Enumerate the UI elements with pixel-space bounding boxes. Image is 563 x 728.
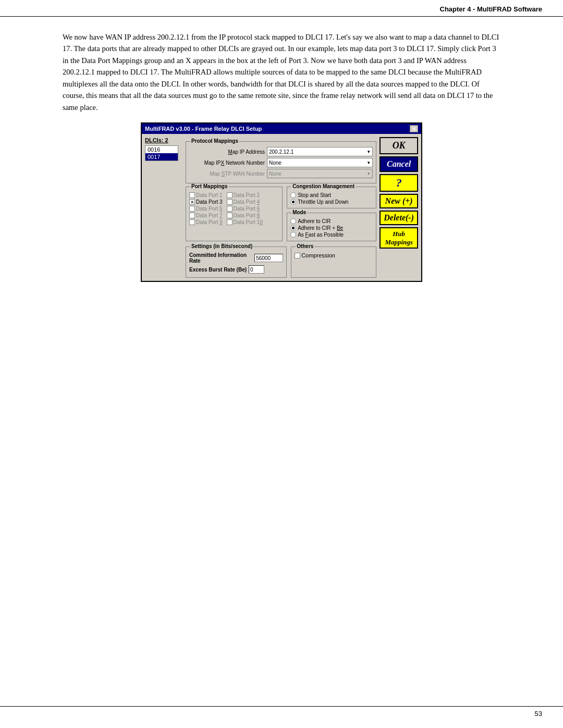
mode-adhere-cir-be-item: Adhere to CIR + Be xyxy=(290,225,373,231)
port-mappings-group: Port Mappings Data Port 1 Data Port 2 xyxy=(186,187,283,241)
mode-label: Mode xyxy=(291,209,307,215)
mode-adhere-cir-be-radio[interactable] xyxy=(290,225,296,231)
data-port-1-item: Data Port 1 xyxy=(189,192,223,198)
dialog-window: MultiFRAD v3.00 - Frame Relay DLCI Setup… xyxy=(141,122,422,282)
chapter-title: Chapter 4 - MultiFRAD Software xyxy=(440,5,542,13)
dlci-item-0017[interactable]: 0017 xyxy=(145,153,178,161)
mode-fast-label: As Fast as Possible xyxy=(298,232,344,238)
port-row-1: Data Port 1 Data Port 2 xyxy=(189,192,279,198)
others-group: Others Compression xyxy=(291,246,376,278)
congestion-throttle-radio[interactable] xyxy=(290,199,296,205)
map-ip-row: Map IP Address 200.2.12.1 ▼ xyxy=(189,147,373,156)
data-port-10-checkbox[interactable] xyxy=(227,219,232,225)
page-header: Chapter 4 - MultiFRAD Software xyxy=(0,0,563,17)
data-port-1-label: Data Port 1 xyxy=(196,192,223,198)
right-buttons-panel: OK Cancel ? New (+) Delete(-) HubMapping… xyxy=(380,137,418,278)
cir-label: Committed Information Rate xyxy=(189,252,252,264)
content-area: We now have WAN IP address 200.2.12.1 fr… xyxy=(0,17,563,303)
data-port-6-item: Data Port 6 xyxy=(227,206,260,212)
protocol-mappings-group: Protocol Mappings Map IP Address 200.2.1… xyxy=(186,141,376,183)
congestion-label: Congestion Management xyxy=(291,183,356,189)
data-port-7-checkbox[interactable] xyxy=(189,213,195,218)
ok-button[interactable]: OK xyxy=(380,137,418,154)
data-port-9-checkbox[interactable] xyxy=(189,219,195,225)
mode-adhere-cir-label: Adhere to CIR xyxy=(298,218,331,224)
data-port-4-item: Data Port 4 xyxy=(227,199,260,205)
map-ipx-dropdown[interactable]: None ▼ xyxy=(267,158,373,167)
dlci-item-0016[interactable]: 0016 xyxy=(145,146,178,153)
compression-checkbox[interactable] xyxy=(295,253,300,258)
data-port-7-label: Data Port 7 xyxy=(196,213,223,218)
cir-row: Committed Information Rate xyxy=(189,252,283,264)
map-stp-label: Map STP WAN Number xyxy=(189,171,265,177)
data-port-5-item: Data Port 5 xyxy=(189,206,223,212)
congestion-group: Congestion Management Stop and Start Thr… xyxy=(287,187,376,208)
map-stp-row: Map STP WAN Number None ▼ xyxy=(189,169,373,178)
data-port-8-checkbox[interactable] xyxy=(227,213,232,218)
map-ip-label: Map IP Address xyxy=(189,149,265,155)
mode-adhere-cir-item: Adhere to CIR xyxy=(290,218,373,224)
data-port-6-checkbox[interactable] xyxy=(227,206,232,212)
dlci-panel: DLCIs: 2 0016 0017 xyxy=(145,137,182,278)
port-row-5: Data Port 9 Data Port 10 xyxy=(189,219,279,225)
data-port-2-label: Data Port 2 xyxy=(234,192,260,198)
cancel-button[interactable]: Cancel xyxy=(380,156,418,172)
map-ipx-label: Map IPX Network Number xyxy=(189,160,265,166)
compression-label: Compression xyxy=(301,252,335,258)
dialog-title: MultiFRAD v3.00 - Frame Relay DLCI Setup xyxy=(145,126,262,132)
help-button[interactable]: ? xyxy=(380,174,418,192)
data-port-2-checkbox[interactable] xyxy=(227,192,232,198)
new-button[interactable]: New (+) xyxy=(380,194,418,208)
compression-item: Compression xyxy=(295,252,373,258)
mode-group: Mode Adhere to CIR Adhere to CIR + Be xyxy=(287,213,376,241)
data-port-10-label: Data Port 10 xyxy=(234,219,263,225)
congestion-throttle-label: Throttle Up and Down xyxy=(298,199,348,205)
body-text: We now have WAN IP address 200.2.12.1 fr… xyxy=(63,31,500,113)
data-port-1-checkbox[interactable] xyxy=(189,192,195,198)
settings-label: Settings (in Bits/second) xyxy=(190,243,253,249)
data-port-4-label: Data Port 4 xyxy=(234,199,260,205)
mode-fast-item: As Fast as Possible xyxy=(290,232,373,238)
data-port-8-label: Data Port 8 xyxy=(234,213,260,218)
data-port-2-item: Data Port 2 xyxy=(227,192,260,198)
be-label: Excess Burst Rate (Be) xyxy=(189,267,247,273)
data-port-7-item: Data Port 7 xyxy=(189,213,223,218)
data-port-5-label: Data Port 5 xyxy=(196,206,223,212)
be-row: Excess Burst Rate (Be) xyxy=(189,265,283,274)
data-port-3-checkbox[interactable] xyxy=(189,199,195,205)
congestion-stop-start-item: Stop and Start xyxy=(290,192,373,198)
data-port-9-label: Data Port 9 xyxy=(196,219,223,225)
mode-fast-radio[interactable] xyxy=(290,232,296,238)
be-input[interactable] xyxy=(249,265,264,274)
page-number: 53 xyxy=(535,710,542,718)
data-port-5-checkbox[interactable] xyxy=(189,206,195,212)
data-port-6-label: Data Port 6 xyxy=(234,206,260,212)
page-footer: 53 xyxy=(0,706,563,718)
map-ip-dropdown[interactable]: 200.2.12.1 ▼ xyxy=(267,147,373,156)
dialog-body: DLCIs: 2 0016 0017 Protocol Mappings Map… xyxy=(142,134,421,281)
congestion-stop-start-label: Stop and Start xyxy=(298,192,331,198)
map-stp-dropdown: None ▼ xyxy=(267,169,373,178)
congestion-throttle-item: Throttle Up and Down xyxy=(290,199,373,205)
hub-mappings-button[interactable]: HubMappings xyxy=(380,227,418,249)
dialog-titlebar: MultiFRAD v3.00 - Frame Relay DLCI Setup… xyxy=(142,124,421,134)
port-row-4: Data Port 7 Data Port 8 xyxy=(189,213,279,218)
settings-row: Settings (in Bits/second) Committed Info… xyxy=(186,246,376,278)
dropdown-arrow-stp: ▼ xyxy=(366,171,371,176)
mode-adhere-cir-radio[interactable] xyxy=(290,218,296,224)
dlci-count-label: DLCIs: 2 xyxy=(145,137,182,143)
data-port-8-item: Data Port 8 xyxy=(227,213,260,218)
center-panel: Protocol Mappings Map IP Address 200.2.1… xyxy=(186,137,376,278)
settings-group: Settings (in Bits/second) Committed Info… xyxy=(186,246,287,278)
cir-input[interactable] xyxy=(254,254,283,262)
data-port-3-label: Data Port 3 xyxy=(196,199,223,205)
close-button[interactable]: ✕ xyxy=(410,125,418,132)
protocol-mappings-label: Protocol Mappings xyxy=(190,138,239,144)
port-row-3: Data Port 5 Data Port 6 xyxy=(189,206,279,212)
data-port-9-item: Data Port 9 xyxy=(189,219,223,225)
delete-button[interactable]: Delete(-) xyxy=(380,211,418,225)
data-port-4-checkbox[interactable] xyxy=(227,199,232,205)
dlci-list: 0016 0017 xyxy=(145,145,178,161)
data-port-3-item: Data Port 3 xyxy=(189,199,223,205)
congestion-stop-start-radio[interactable] xyxy=(290,192,296,198)
